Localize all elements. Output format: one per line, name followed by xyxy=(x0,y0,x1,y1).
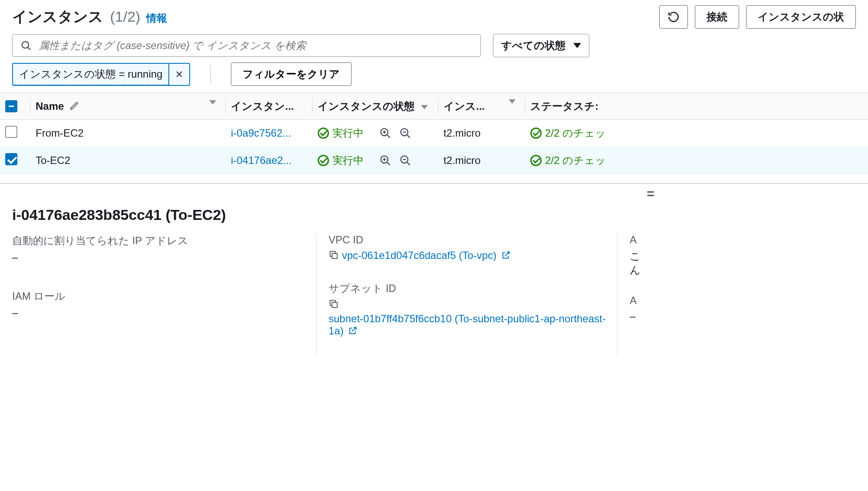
filter-chip-label: インスタンスの状態 = running xyxy=(13,64,168,85)
svg-point-0 xyxy=(22,42,29,48)
state-filter-dropdown[interactable]: すべての状態 xyxy=(493,34,589,57)
refresh-icon xyxy=(667,11,680,23)
detail-title: i-04176ae283b85cc41 (To-EC2) xyxy=(0,204,868,234)
sort-icon xyxy=(209,100,216,105)
filter-chip-state-running[interactable]: インスタンスの状態 = running xyxy=(12,63,190,86)
external-link-icon xyxy=(501,250,511,260)
zoom-out-icon[interactable] xyxy=(399,127,411,139)
search-icon xyxy=(20,40,32,51)
title-text: インスタンス xyxy=(12,8,103,25)
field-col3-b: A – xyxy=(630,295,856,322)
cell-name: From-EC2 xyxy=(30,120,226,147)
state-badge: 実行中 xyxy=(318,126,364,140)
subnet-link[interactable]: subnet-01b7ff4b75f6ccb10 (To-subnet-publ… xyxy=(329,313,606,337)
svg-line-10 xyxy=(407,135,410,137)
check-circle-icon xyxy=(318,155,329,166)
search-box[interactable] xyxy=(12,34,481,57)
svg-rect-4 xyxy=(9,105,14,107)
svg-rect-20 xyxy=(332,302,337,308)
cell-name: To-EC2 xyxy=(30,147,226,174)
field-label: A xyxy=(630,295,856,307)
field-value: こ xyxy=(630,249,856,263)
check-circle-icon xyxy=(530,155,542,166)
details-panel: = i-04176ae283b85cc41 (To-EC2) 自動的に割り当てら… xyxy=(0,183,868,354)
clear-filters-button[interactable]: フィルターをクリア xyxy=(231,62,352,86)
svg-line-6 xyxy=(387,135,390,137)
col-instance-id[interactable]: インスタン... xyxy=(226,93,312,120)
connect-button[interactable]: 接続 xyxy=(695,5,739,29)
sort-icon xyxy=(509,99,516,104)
search-input[interactable] xyxy=(38,39,473,52)
svg-line-13 xyxy=(387,162,390,165)
row-checkbox[interactable] xyxy=(5,153,17,165)
close-icon xyxy=(175,70,184,79)
status-check: 2/2 のチェッ xyxy=(530,126,606,140)
field-label: 自動的に割り当てられた IP アドレス xyxy=(12,234,316,248)
col-name[interactable]: Name xyxy=(30,93,226,120)
field-col3-a: A こ ん xyxy=(630,234,856,277)
page-title: インスタンス (1/2) xyxy=(12,7,140,27)
field-label: VPC ID xyxy=(329,234,617,246)
copy-icon[interactable] xyxy=(329,250,339,260)
svg-rect-19 xyxy=(332,253,337,259)
svg-line-17 xyxy=(407,162,410,165)
instance-id-link[interactable]: i-0a9c7562... xyxy=(231,127,291,139)
select-all-checkbox[interactable] xyxy=(5,100,17,112)
status-check: 2/2 のチェッ xyxy=(530,154,606,167)
col-status[interactable]: ステータスチ: xyxy=(525,93,868,120)
state-badge: 実行中 xyxy=(318,154,364,167)
instances-table: Name インスタン... インスタンスの状態 インス... ステータスチ: F xyxy=(0,93,868,174)
check-circle-icon xyxy=(530,128,542,139)
field-label: A xyxy=(630,234,856,246)
resize-handle[interactable]: = xyxy=(434,184,868,204)
refresh-button[interactable] xyxy=(659,5,688,29)
selection-count: (1/2) xyxy=(110,8,140,25)
edit-icon xyxy=(69,101,79,111)
sort-icon xyxy=(421,105,428,109)
vpc-link[interactable]: vpc-061e1d047c6dacaf5 (To-vpc) xyxy=(342,249,511,261)
row-checkbox[interactable] xyxy=(5,126,17,138)
field-subnet-id: サブネット ID subnet-01b7ff4b75f6ccb10 (To-su… xyxy=(329,282,617,337)
external-link-icon xyxy=(348,326,358,335)
field-iam-role: IAM ロール – xyxy=(12,289,316,319)
col-state[interactable]: インスタンスの状態 xyxy=(312,93,438,120)
cell-type: t2.micro xyxy=(438,120,525,147)
field-value: – xyxy=(12,307,316,319)
zoom-in-icon[interactable] xyxy=(379,127,391,139)
cell-type: t2.micro xyxy=(438,147,525,174)
chevron-down-icon xyxy=(573,43,581,48)
field-vpc-id: VPC ID vpc-061e1d047c6dacaf5 (To-vpc) xyxy=(329,234,617,262)
instance-state-menu-button[interactable]: インスタンスの状 xyxy=(746,5,856,29)
instance-id-link[interactable]: i-04176ae2... xyxy=(231,154,292,166)
field-value: – xyxy=(12,251,316,263)
field-label: サブネット ID xyxy=(329,282,617,295)
col-type[interactable]: インス... xyxy=(438,93,525,120)
indeterminate-icon xyxy=(7,102,15,110)
svg-line-1 xyxy=(28,47,30,50)
table-row[interactable]: To-EC2 i-04176ae2... 実行中 t2.micro xyxy=(0,147,868,174)
field-value: ん xyxy=(630,263,856,277)
info-link[interactable]: 情報 xyxy=(146,11,167,25)
zoom-out-icon[interactable] xyxy=(399,154,411,167)
field-label: IAM ロール xyxy=(12,289,316,303)
copy-icon[interactable] xyxy=(329,299,339,309)
field-auto-ip: 自動的に割り当てられた IP アドレス – xyxy=(12,234,316,263)
table-row[interactable]: From-EC2 i-0a9c7562... 実行中 t2.micro xyxy=(0,120,868,147)
check-circle-icon xyxy=(318,128,329,139)
remove-filter-button[interactable] xyxy=(168,64,189,85)
field-value: – xyxy=(630,310,856,322)
state-filter-label: すべての状態 xyxy=(501,39,566,52)
divider xyxy=(210,65,211,83)
zoom-in-icon[interactable] xyxy=(379,154,391,167)
